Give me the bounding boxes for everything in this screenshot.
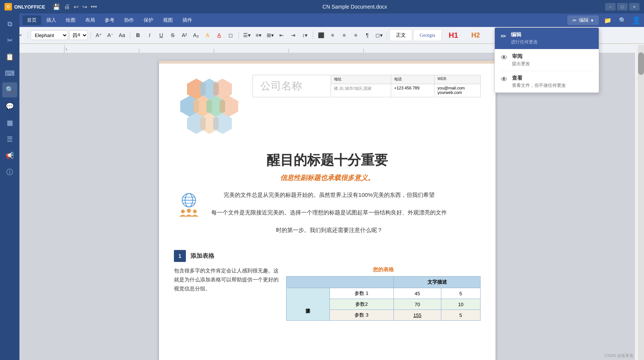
- minimize-button[interactable]: −: [605, 3, 616, 10]
- section1-number: 1: [174, 250, 186, 262]
- erase-btn[interactable]: ◻: [226, 30, 236, 40]
- shading-btn[interactable]: ◻▾: [374, 30, 384, 40]
- sidebar-icon-format[interactable]: ⌨: [2, 66, 17, 81]
- style-h2[interactable]: H2: [465, 29, 486, 41]
- dropdown-item-view[interactable]: 👁 查看 查看文件，但不做任何更改: [495, 71, 599, 92]
- edit-mode-button[interactable]: ✏ 编辑 ▾: [567, 15, 599, 25]
- edit-di-icon: ✏: [501, 32, 506, 40]
- subscript-btn[interactable]: A₂: [191, 30, 201, 40]
- dropdown-review-content: 审阅 提出更改: [512, 53, 530, 67]
- indent-increase-btn[interactable]: ⇥: [288, 30, 298, 40]
- sidebar-icon-copy[interactable]: ⧉: [2, 16, 17, 31]
- bold-btn[interactable]: B: [133, 30, 143, 40]
- hexagon-logo: [174, 75, 249, 144]
- highlight-btn[interactable]: A: [202, 30, 213, 40]
- sep3: [130, 31, 130, 39]
- sidebar-icon-table[interactable]: ▦: [2, 115, 17, 130]
- company-header: 公司名称 地址 电话 WEB 楼,街,城市/地区,国家 +123 456 789…: [174, 75, 481, 144]
- para-mark-btn[interactable]: ¶: [362, 30, 372, 40]
- section1-header: 1 添加表格: [174, 250, 481, 262]
- doc-table: 文字描述 文字描述 参数 1 45 5: [286, 276, 481, 321]
- close-button[interactable]: ×: [629, 3, 640, 10]
- align-justify-btn[interactable]: ≡: [350, 30, 361, 40]
- menu-layout[interactable]: 布局: [81, 15, 99, 25]
- indent-decrease-btn[interactable]: ⇤: [276, 30, 287, 40]
- dropdown-item-edit[interactable]: ✏ 编辑 进行任何更改: [495, 28, 599, 49]
- undo-icon[interactable]: ↩: [74, 3, 79, 10]
- scrollbar-right[interactable]: [638, 45, 644, 360]
- font-size-select[interactable]: 四号: [69, 30, 88, 40]
- italic-btn[interactable]: I: [144, 30, 155, 40]
- subtitle: 信息性副标题也承载很多意义。: [174, 173, 481, 182]
- sidebar-icon-comment[interactable]: 💬: [2, 99, 17, 114]
- font-color-btn[interactable]: A: [214, 30, 224, 40]
- print-icon[interactable]: 🖨: [64, 3, 70, 10]
- sidebar-icon-info[interactable]: ⓘ: [2, 165, 17, 180]
- style-h1[interactable]: H1: [443, 29, 464, 41]
- body-text1: 完美的文件总是从完美的标题开始的。虽然世界上没有100%完美的东西，但我们希望: [211, 190, 447, 200]
- clear-format-btn[interactable]: Aa: [117, 30, 127, 40]
- menu-reference[interactable]: 参考: [100, 15, 119, 25]
- section1-layout: 包含很多字的文件肯定会让人感到很无趣。这就是为什么添加表格可以帮助提供一个更好的…: [174, 266, 481, 321]
- menu-draw[interactable]: 绘图: [61, 15, 80, 25]
- font-family-select[interactable]: Elephant: [31, 30, 68, 40]
- align-left-btn[interactable]: ⬛: [316, 30, 326, 40]
- app-name: ONLYOFFICE: [14, 4, 45, 10]
- table-val3a: 155: [394, 310, 441, 321]
- user-avatar[interactable]: 👤: [632, 16, 641, 25]
- menu-plugin[interactable]: 插件: [178, 15, 197, 25]
- style-georgia[interactable]: Georgia: [413, 29, 442, 41]
- phone-label: 电话: [391, 75, 435, 84]
- list-number-btn[interactable]: ≡▾: [253, 30, 264, 40]
- align-right-btn[interactable]: ≡: [339, 30, 349, 40]
- menu-insert[interactable]: 插入: [42, 15, 61, 25]
- font-grow-btn[interactable]: A⁺: [93, 30, 104, 40]
- view-di-icon: 👁: [501, 76, 507, 83]
- redo-icon[interactable]: ↪: [82, 3, 87, 10]
- sidebar-icon-speaker[interactable]: 📢: [2, 148, 17, 163]
- sidebar-icon-list[interactable]: ☰: [2, 132, 17, 147]
- menu-protect[interactable]: 保护: [139, 15, 158, 25]
- scroll-thumb[interactable]: [638, 52, 644, 75]
- menu-view[interactable]: 视图: [159, 15, 177, 25]
- menu-collaborate[interactable]: 协作: [120, 15, 138, 25]
- superscript-btn[interactable]: A²: [179, 30, 190, 40]
- more-icon[interactable]: •••: [91, 3, 97, 10]
- align-center-btn[interactable]: ≡: [327, 30, 338, 40]
- company-info-table: 公司名称 地址 电话 WEB 楼,街,城市/地区,国家 +123 456 789…: [252, 75, 481, 97]
- dropdown-edit-content: 编辑 进行任何更改: [511, 31, 538, 45]
- line-spacing-btn[interactable]: ↕▾: [300, 30, 310, 40]
- globe-people-icon: [174, 190, 204, 221]
- folder-icon[interactable]: 📁: [602, 15, 614, 25]
- section1-text: 包含很多字的文件肯定会让人感到很无趣。这就是为什么添加表格可以帮助提供一个更好的…: [174, 266, 279, 321]
- phone-value: +123 456 789: [391, 84, 435, 97]
- maximize-button[interactable]: □: [617, 3, 628, 10]
- doc-header-band: [159, 61, 496, 64]
- underline-btn[interactable]: U: [156, 30, 166, 40]
- table-row-header: 文字描述: [286, 288, 330, 321]
- style-normal[interactable]: 正文: [390, 29, 412, 41]
- strikethrough-btn[interactable]: S: [168, 30, 178, 40]
- body-text2: 每一个文件是无限接近完美的。选择一个理想的标题是试图起草一份结构良好、外观漂亮的…: [211, 207, 447, 217]
- sidebar-icon-cut[interactable]: ✂: [2, 33, 17, 48]
- table-val1b: 5: [441, 288, 480, 299]
- search-icon[interactable]: 🔍: [617, 15, 629, 25]
- table-param2: 参数2: [329, 299, 394, 310]
- list-multi-btn[interactable]: ⊞▾: [265, 30, 275, 40]
- table-header-main: [286, 277, 394, 288]
- table-container: 您的表格 文字描述 文字描述 参数: [286, 266, 481, 321]
- web-value1: you@mail.com: [438, 86, 465, 90]
- save-icon[interactable]: 💾: [53, 3, 60, 10]
- address-value: 楼,街,城市/地区,国家: [331, 84, 391, 97]
- dropdown-item-review[interactable]: 👁 审阅 提出更改: [495, 49, 599, 71]
- font-shrink-btn[interactable]: A⁻: [105, 30, 116, 40]
- sep6: [387, 31, 387, 39]
- menu-home[interactable]: 首页: [22, 15, 41, 25]
- list-bullet-btn[interactable]: ☰▾: [242, 30, 252, 40]
- app-logo: O ONLYOFFICE: [4, 3, 45, 10]
- sidebar-icon-search[interactable]: 🔍: [2, 82, 17, 97]
- table-param3: 参数 3: [329, 310, 394, 321]
- edit-dropdown-icon: ▾: [591, 18, 594, 23]
- edit-label: 编辑: [579, 17, 589, 24]
- sidebar-icon-paste[interactable]: 📋: [2, 49, 17, 64]
